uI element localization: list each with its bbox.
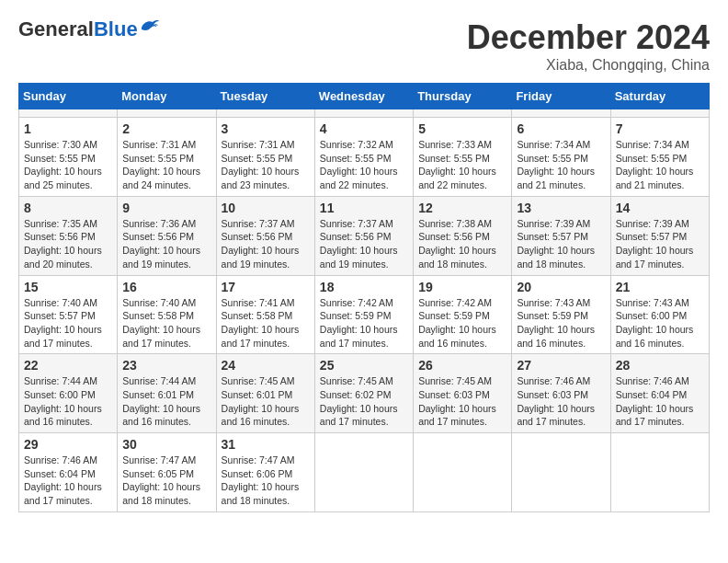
col-sunday: Sunday (19, 84, 118, 109)
calendar-cell: 14Sunrise: 7:39 AM Sunset: 5:57 PM Dayli… (610, 196, 709, 275)
day-number: 3 (222, 121, 310, 136)
day-info: Sunrise: 7:35 AM Sunset: 5:56 PM Dayligh… (24, 217, 112, 271)
calendar-cell: 6Sunrise: 7:34 AM Sunset: 5:55 PM Daylig… (512, 118, 610, 197)
day-number: 30 (122, 437, 210, 452)
day-number: 20 (517, 280, 605, 294)
day-info: Sunrise: 7:42 AM Sunset: 5:59 PM Dayligh… (320, 296, 408, 350)
day-info: Sunrise: 7:40 AM Sunset: 5:58 PM Dayligh… (122, 296, 210, 350)
calendar-cell (216, 109, 314, 118)
location: Xiaba, Chongqing, China (467, 57, 710, 74)
col-monday: Monday (118, 84, 216, 109)
day-info: Sunrise: 7:37 AM Sunset: 5:56 PM Dayligh… (222, 217, 310, 271)
calendar-cell: 20Sunrise: 7:43 AM Sunset: 5:59 PM Dayli… (512, 275, 610, 354)
calendar-cell: 24Sunrise: 7:45 AM Sunset: 6:01 PM Dayli… (216, 354, 314, 433)
calendar-cell: 19Sunrise: 7:42 AM Sunset: 5:59 PM Dayli… (414, 275, 512, 354)
logo: GeneralBlue (18, 18, 160, 40)
calendar-cell (118, 109, 216, 118)
day-info: Sunrise: 7:34 AM Sunset: 5:55 PM Dayligh… (616, 138, 704, 192)
day-number: 15 (24, 280, 112, 294)
day-number: 4 (320, 121, 408, 136)
calendar-cell: 25Sunrise: 7:45 AM Sunset: 6:02 PM Dayli… (314, 354, 413, 433)
day-info: Sunrise: 7:31 AM Sunset: 5:55 PM Dayligh… (222, 138, 310, 192)
day-number: 7 (616, 121, 704, 136)
calendar-cell: 1Sunrise: 7:30 AM Sunset: 5:55 PM Daylig… (19, 118, 118, 197)
day-info: Sunrise: 7:38 AM Sunset: 5:56 PM Dayligh… (418, 217, 506, 271)
title-block: December 2024 Xiaba, Chongqing, China (467, 18, 710, 74)
day-number: 19 (418, 280, 506, 294)
calendar-header-row: Sunday Monday Tuesday Wednesday Thursday… (19, 84, 710, 109)
day-number: 6 (517, 121, 605, 136)
day-number: 27 (517, 358, 605, 373)
calendar-cell (512, 109, 610, 118)
col-friday: Friday (512, 84, 610, 109)
day-info: Sunrise: 7:46 AM Sunset: 6:03 PM Dayligh… (517, 374, 605, 429)
page-header: GeneralBlue December 2024 Xiaba, Chongqi… (18, 18, 710, 74)
calendar-cell: 5Sunrise: 7:33 AM Sunset: 5:55 PM Daylig… (414, 118, 512, 197)
day-number: 9 (122, 201, 210, 215)
day-info: Sunrise: 7:47 AM Sunset: 6:06 PM Dayligh… (222, 454, 310, 508)
day-number: 14 (616, 201, 704, 215)
day-number: 2 (122, 121, 210, 136)
calendar-cell (414, 433, 512, 512)
day-number: 24 (222, 358, 310, 373)
day-info: Sunrise: 7:46 AM Sunset: 6:04 PM Dayligh… (24, 454, 112, 508)
calendar-week-row: 1Sunrise: 7:30 AM Sunset: 5:55 PM Daylig… (19, 118, 710, 197)
day-info: Sunrise: 7:36 AM Sunset: 5:56 PM Dayligh… (122, 217, 210, 271)
calendar-cell: 3Sunrise: 7:31 AM Sunset: 5:55 PM Daylig… (216, 118, 314, 197)
calendar-week-row (19, 109, 710, 118)
col-thursday: Thursday (414, 84, 512, 109)
calendar-cell: 12Sunrise: 7:38 AM Sunset: 5:56 PM Dayli… (414, 196, 512, 275)
calendar-cell: 23Sunrise: 7:44 AM Sunset: 6:01 PM Dayli… (118, 354, 216, 433)
calendar-cell: 30Sunrise: 7:47 AM Sunset: 6:05 PM Dayli… (118, 433, 216, 512)
calendar-cell: 7Sunrise: 7:34 AM Sunset: 5:55 PM Daylig… (610, 118, 709, 197)
calendar-cell: 15Sunrise: 7:40 AM Sunset: 5:57 PM Dayli… (19, 275, 118, 354)
day-number: 29 (24, 437, 112, 452)
day-info: Sunrise: 7:34 AM Sunset: 5:55 PM Dayligh… (517, 138, 605, 192)
calendar-cell: 21Sunrise: 7:43 AM Sunset: 6:00 PM Dayli… (610, 275, 709, 354)
bird-icon (140, 18, 160, 35)
calendar-cell (610, 433, 709, 512)
calendar-cell: 26Sunrise: 7:45 AM Sunset: 6:03 PM Dayli… (414, 354, 512, 433)
day-number: 21 (616, 280, 704, 294)
day-number: 23 (122, 358, 210, 373)
calendar-cell: 10Sunrise: 7:37 AM Sunset: 5:56 PM Dayli… (216, 196, 314, 275)
day-number: 5 (418, 121, 506, 136)
day-info: Sunrise: 7:39 AM Sunset: 5:57 PM Dayligh… (517, 217, 605, 271)
day-info: Sunrise: 7:45 AM Sunset: 6:03 PM Dayligh… (418, 374, 506, 429)
day-info: Sunrise: 7:45 AM Sunset: 6:01 PM Dayligh… (222, 374, 310, 429)
day-number: 1 (24, 121, 112, 136)
calendar-cell: 28Sunrise: 7:46 AM Sunset: 6:04 PM Dayli… (610, 354, 709, 433)
day-number: 22 (24, 358, 112, 373)
day-number: 8 (24, 201, 112, 215)
day-number: 11 (320, 201, 408, 215)
day-info: Sunrise: 7:45 AM Sunset: 6:02 PM Dayligh… (320, 374, 408, 429)
calendar-cell (414, 109, 512, 118)
calendar-cell: 9Sunrise: 7:36 AM Sunset: 5:56 PM Daylig… (118, 196, 216, 275)
calendar-cell: 27Sunrise: 7:46 AM Sunset: 6:03 PM Dayli… (512, 354, 610, 433)
calendar-week-row: 15Sunrise: 7:40 AM Sunset: 5:57 PM Dayli… (19, 275, 710, 354)
day-info: Sunrise: 7:37 AM Sunset: 5:56 PM Dayligh… (320, 217, 408, 271)
day-number: 28 (616, 358, 704, 373)
calendar-cell: 8Sunrise: 7:35 AM Sunset: 5:56 PM Daylig… (19, 196, 118, 275)
day-number: 25 (320, 358, 408, 373)
calendar-week-row: 29Sunrise: 7:46 AM Sunset: 6:04 PM Dayli… (19, 433, 710, 512)
day-info: Sunrise: 7:44 AM Sunset: 6:01 PM Dayligh… (122, 374, 210, 429)
day-info: Sunrise: 7:44 AM Sunset: 6:00 PM Dayligh… (24, 374, 112, 429)
day-info: Sunrise: 7:46 AM Sunset: 6:04 PM Dayligh… (616, 374, 704, 429)
calendar-week-row: 22Sunrise: 7:44 AM Sunset: 6:00 PM Dayli… (19, 354, 710, 433)
month-title: December 2024 (467, 18, 710, 57)
calendar-cell: 13Sunrise: 7:39 AM Sunset: 5:57 PM Dayli… (512, 196, 610, 275)
day-number: 12 (418, 201, 506, 215)
col-tuesday: Tuesday (216, 84, 314, 109)
day-info: Sunrise: 7:42 AM Sunset: 5:59 PM Dayligh… (418, 296, 506, 350)
calendar-cell: 31Sunrise: 7:47 AM Sunset: 6:06 PM Dayli… (216, 433, 314, 512)
calendar-cell: 29Sunrise: 7:46 AM Sunset: 6:04 PM Dayli… (19, 433, 118, 512)
calendar-cell: 18Sunrise: 7:42 AM Sunset: 5:59 PM Dayli… (314, 275, 413, 354)
day-info: Sunrise: 7:41 AM Sunset: 5:58 PM Dayligh… (222, 296, 310, 350)
logo-text: GeneralBlue (18, 19, 138, 40)
day-info: Sunrise: 7:43 AM Sunset: 5:59 PM Dayligh… (517, 296, 605, 350)
calendar-cell: 11Sunrise: 7:37 AM Sunset: 5:56 PM Dayli… (314, 196, 413, 275)
day-number: 26 (418, 358, 506, 373)
calendar-cell (610, 109, 709, 118)
calendar-cell: 22Sunrise: 7:44 AM Sunset: 6:00 PM Dayli… (19, 354, 118, 433)
